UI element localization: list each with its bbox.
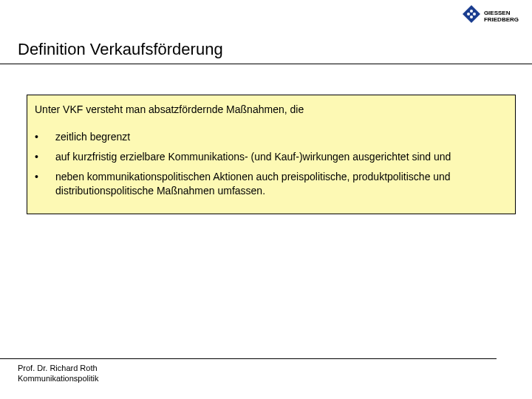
logo-line2: FRIEDBERG	[484, 17, 519, 24]
list-item: • auf kurzfristig erzielbare Kommunikati…	[35, 150, 508, 170]
bullet-mark: •	[35, 170, 55, 204]
svg-point-3	[470, 16, 473, 18]
institution-logo: GIESSEN FRIEDBERG	[462, 4, 519, 30]
logo-text: GIESSEN FRIEDBERG	[484, 10, 519, 24]
svg-point-0	[470, 10, 473, 13]
bullet-text: neben kommunikationspolitischen Aktionen…	[55, 170, 508, 204]
svg-point-2	[473, 13, 476, 16]
footer-subject: Kommunikationspolitik	[18, 374, 514, 383]
intro-text: Unter VKF versteht man absatzfördernde M…	[35, 103, 508, 117]
bullet-mark: •	[35, 150, 55, 170]
list-item: • neben kommunikationspolitischen Aktion…	[35, 170, 508, 204]
footer-divider	[0, 358, 497, 359]
list-item: • zeitlich begrenzt	[35, 130, 508, 150]
logo-icon	[462, 4, 481, 30]
definition-box: Unter VKF versteht man absatzfördernde M…	[27, 95, 516, 214]
bullet-text: zeitlich begrenzt	[55, 130, 508, 150]
slide-header: Definition Verkaufsförderung	[18, 40, 532, 64]
footer-author: Prof. Dr. Richard Roth	[18, 364, 514, 372]
bullet-text: auf kurzfristig erzielbare Kommunikation…	[55, 150, 508, 170]
slide-footer: Prof. Dr. Richard Roth Kommunikationspol…	[18, 358, 514, 384]
slide-title: Definition Verkaufsförderung	[18, 40, 532, 59]
svg-point-1	[467, 13, 470, 16]
bullet-list: • zeitlich begrenzt • auf kurzfristig er…	[35, 130, 508, 204]
title-divider	[0, 64, 532, 64]
bullet-mark: •	[35, 130, 55, 150]
